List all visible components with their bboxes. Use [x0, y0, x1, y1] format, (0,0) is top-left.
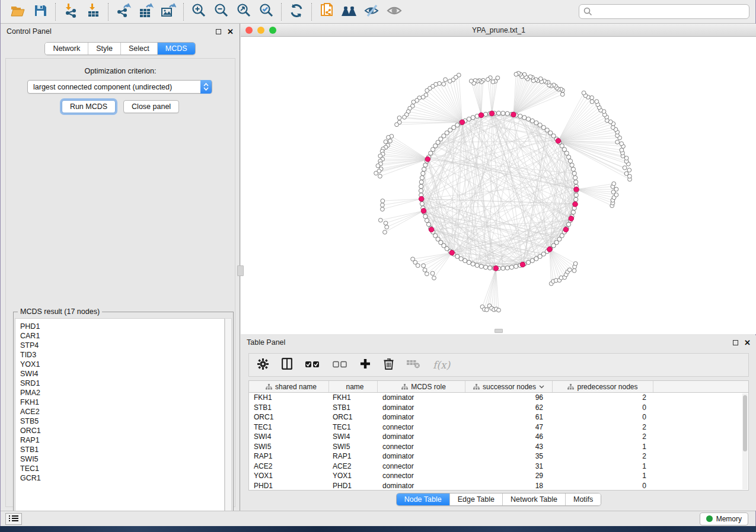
- tab-style[interactable]: Style: [88, 43, 120, 55]
- column-header-successor-nodes[interactable]: successor nodes: [465, 381, 553, 392]
- import-table-button[interactable]: [82, 2, 104, 21]
- table-row[interactable]: YOX1 YOX1 connector 29 1: [249, 471, 748, 481]
- table-row[interactable]: SWI5 SWI5 connector 43 1: [249, 442, 748, 452]
- table-scrollbar[interactable]: [742, 393, 748, 489]
- column-header-mcds-role[interactable]: MCDS role: [378, 381, 465, 392]
- zoom-selected-button[interactable]: [255, 2, 277, 21]
- mcds-result-item[interactable]: RAP1: [20, 435, 224, 445]
- network-titlebar[interactable]: YPA_prune.txt_1: [241, 24, 756, 37]
- checked-boxes-icon: [305, 360, 320, 370]
- table-row[interactable]: ACE2 ACE2 connector 31 1: [249, 462, 748, 472]
- close-panel-icon[interactable]: ✕: [227, 28, 234, 36]
- delete-table-button[interactable]: [407, 359, 420, 371]
- tab-mcds[interactable]: MCDS: [157, 43, 195, 55]
- new-network-from-selection-button[interactable]: [315, 2, 338, 21]
- mcds-result-item[interactable]: PMA2: [20, 388, 224, 398]
- save-session-button[interactable]: [29, 2, 52, 21]
- table-row[interactable]: PHD1 PHD1 dominator 18 0: [249, 481, 748, 491]
- vertical-splitter-handle[interactable]: [237, 265, 244, 276]
- toolbar-separator: [311, 3, 312, 21]
- table-row[interactable]: FKH1 FKH1 dominator 96 2: [249, 393, 748, 403]
- table-panel: Table Panel ✕: [241, 335, 756, 511]
- mcds-result-item[interactable]: STB1: [20, 445, 224, 454]
- tree-icon: [567, 384, 574, 390]
- mcds-result-item[interactable]: TID3: [20, 350, 224, 360]
- status-bar: Memory: [1, 511, 755, 526]
- export-table-button[interactable]: [135, 2, 157, 21]
- tab-edge-table[interactable]: Edge Table: [449, 493, 502, 505]
- tab-network-table[interactable]: Network Table: [502, 493, 565, 505]
- run-mcds-button[interactable]: Run MCDS: [62, 100, 116, 113]
- apply-layout-button[interactable]: [285, 2, 308, 21]
- mcds-result-item[interactable]: FKH1: [20, 398, 224, 407]
- tree-icon: [401, 384, 408, 390]
- mcds-result-item[interactable]: ACE2: [20, 407, 224, 416]
- table-scrollbar-thumb[interactable]: [743, 395, 747, 451]
- mcds-result-item[interactable]: CAR1: [20, 331, 224, 341]
- search-field-container: [579, 4, 749, 19]
- mcds-result-item[interactable]: GCR1: [20, 473, 224, 483]
- refresh-arrows-icon: [289, 3, 304, 21]
- float-panel-icon[interactable]: [733, 340, 738, 345]
- first-neighbors-button[interactable]: [338, 2, 361, 21]
- plus-icon: [360, 358, 371, 371]
- export-image-icon: [161, 3, 176, 21]
- import-network-button[interactable]: [59, 2, 82, 21]
- mcds-result-item[interactable]: SWI4: [20, 369, 224, 379]
- node-table[interactable]: shared name name MCDS role successor nod…: [248, 380, 749, 491]
- table-row[interactable]: RAP1 RAP1 dominator 35 2: [249, 451, 748, 462]
- column-chooser-button[interactable]: [282, 358, 292, 372]
- mcds-list-scrollbar[interactable]: [225, 318, 232, 530]
- tab-node-table[interactable]: Node Table: [397, 493, 449, 505]
- horizontal-splitter-handle[interactable]: [495, 329, 503, 333]
- search-input[interactable]: [579, 4, 749, 19]
- mcds-tab-panel: Optimization criterion: largest connecte…: [5, 58, 235, 507]
- export-network-button[interactable]: [112, 2, 135, 21]
- zoom-out-button[interactable]: [210, 2, 232, 21]
- binoculars-icon: [340, 4, 358, 20]
- optimization-criterion-label: Optimization criterion:: [6, 67, 235, 75]
- function-builder-button[interactable]: f(x): [433, 359, 450, 371]
- network-canvas[interactable]: [241, 37, 756, 334]
- table-row[interactable]: ORC1 ORC1 dominator 61 0: [249, 412, 748, 422]
- tab-network[interactable]: Network: [45, 43, 88, 55]
- mcds-result-item[interactable]: YOX1: [20, 360, 224, 369]
- float-panel-icon[interactable]: [216, 29, 221, 34]
- column-header-shared-name[interactable]: shared name: [249, 381, 329, 392]
- column-header-predecessor-nodes[interactable]: predecessor nodes: [553, 381, 653, 392]
- tab-motifs[interactable]: Motifs: [565, 493, 601, 505]
- table-row[interactable]: TEC1 TEC1 connector 47 2: [249, 422, 748, 432]
- tab-select[interactable]: Select: [120, 43, 157, 55]
- mcds-result-item[interactable]: ORC1: [20, 426, 224, 435]
- eye-gray-icon: [386, 4, 403, 20]
- table-settings-button[interactable]: [257, 358, 269, 372]
- close-panel-icon[interactable]: ✕: [744, 339, 751, 347]
- close-panel-button[interactable]: Close panel: [123, 100, 179, 113]
- deselect-all-rows-button[interactable]: [333, 360, 347, 370]
- hide-selected-button[interactable]: [361, 2, 383, 21]
- delete-column-button[interactable]: [384, 358, 394, 372]
- mcds-result-item[interactable]: SWI5: [20, 454, 224, 464]
- export-image-button[interactable]: [157, 2, 180, 21]
- mcds-result-item[interactable]: PHD1: [20, 322, 224, 331]
- table-row[interactable]: SWI4 SWI4 dominator 46 2: [249, 432, 748, 442]
- select-value: largest connected component (undirected): [33, 83, 172, 91]
- show-all-button[interactable]: [383, 2, 406, 21]
- create-column-button[interactable]: [360, 358, 371, 371]
- export-network-icon: [116, 3, 131, 21]
- column-header-name[interactable]: name: [329, 381, 378, 392]
- mcds-result-list[interactable]: PHD1CAR1STP4TID3YOX1SWI4SRD1PMA2FKH1ACE2…: [15, 318, 225, 530]
- select-all-rows-button[interactable]: [305, 360, 320, 370]
- zoom-in-button[interactable]: [187, 2, 210, 21]
- optimization-criterion-select[interactable]: largest connected component (undirected): [27, 80, 212, 94]
- open-file-button[interactable]: [7, 2, 29, 21]
- mcds-result-item[interactable]: STP4: [20, 341, 224, 350]
- select-stepper-icon: [200, 80, 212, 94]
- mcds-result-item[interactable]: TEC1: [20, 464, 224, 473]
- memory-button[interactable]: Memory: [700, 512, 748, 525]
- table-row[interactable]: STB1 STB1 dominator 62 0: [249, 403, 748, 413]
- mcds-result-item[interactable]: SRD1: [20, 379, 224, 388]
- show-panels-menu-button[interactable]: [5, 513, 22, 525]
- mcds-result-item[interactable]: STB5: [20, 416, 224, 426]
- zoom-fit-button[interactable]: [232, 2, 255, 21]
